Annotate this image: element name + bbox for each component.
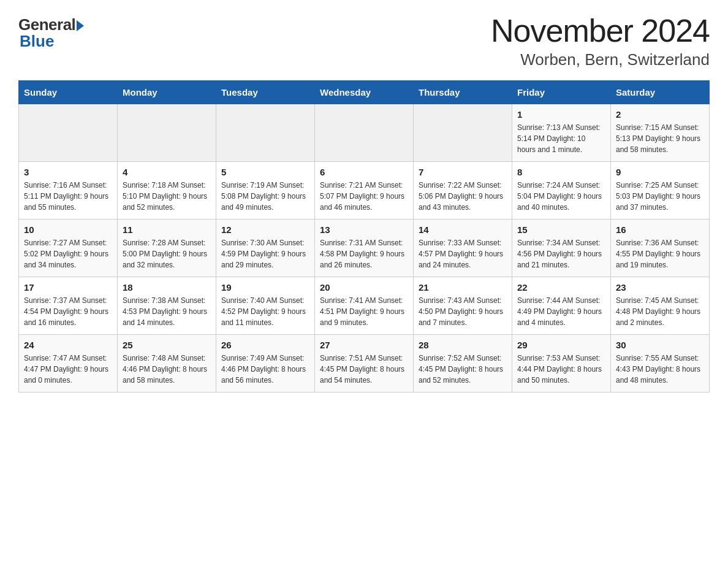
day-number: 5 — [221, 167, 309, 177]
day-number: 28 — [419, 340, 507, 350]
day-number: 10 — [24, 224, 112, 235]
calendar-cell: 27Sunrise: 7:51 AM Sunset: 4:45 PM Dayli… — [315, 335, 414, 393]
calendar-cell: 28Sunrise: 7:52 AM Sunset: 4:45 PM Dayli… — [414, 335, 512, 393]
day-number: 6 — [320, 167, 408, 177]
calendar-header-thursday: Thursday — [414, 81, 512, 104]
day-info: Sunrise: 7:37 AM Sunset: 4:54 PM Dayligh… — [24, 295, 112, 328]
day-info: Sunrise: 7:34 AM Sunset: 4:56 PM Dayligh… — [517, 237, 605, 270]
calendar-cell: 2Sunrise: 7:15 AM Sunset: 5:13 PM Daylig… — [611, 104, 710, 162]
day-number: 16 — [616, 224, 704, 235]
day-info: Sunrise: 7:22 AM Sunset: 5:06 PM Dayligh… — [419, 180, 507, 213]
calendar-header-tuesday: Tuesday — [216, 81, 315, 104]
day-info: Sunrise: 7:47 AM Sunset: 4:47 PM Dayligh… — [24, 353, 112, 386]
day-number: 20 — [320, 282, 408, 293]
calendar-cell: 14Sunrise: 7:33 AM Sunset: 4:57 PM Dayli… — [414, 220, 512, 277]
calendar-cell: 13Sunrise: 7:31 AM Sunset: 4:58 PM Dayli… — [315, 220, 414, 277]
day-info: Sunrise: 7:53 AM Sunset: 4:44 PM Dayligh… — [517, 353, 605, 386]
day-info: Sunrise: 7:44 AM Sunset: 4:49 PM Dayligh… — [517, 295, 605, 328]
calendar-cell: 26Sunrise: 7:49 AM Sunset: 4:46 PM Dayli… — [216, 335, 315, 393]
calendar-cell: 18Sunrise: 7:38 AM Sunset: 4:53 PM Dayli… — [118, 277, 216, 335]
day-number: 22 — [517, 282, 605, 293]
day-info: Sunrise: 7:38 AM Sunset: 4:53 PM Dayligh… — [123, 295, 211, 328]
logo-arrow-icon — [77, 20, 84, 31]
day-number: 11 — [123, 224, 211, 235]
day-number: 2 — [616, 109, 704, 120]
calendar-header-friday: Friday — [512, 81, 611, 104]
calendar-cell: 30Sunrise: 7:55 AM Sunset: 4:43 PM Dayli… — [611, 335, 710, 393]
calendar-cell — [118, 104, 216, 162]
day-number: 9 — [616, 167, 704, 177]
day-info: Sunrise: 7:45 AM Sunset: 4:48 PM Dayligh… — [616, 295, 704, 328]
day-number: 30 — [616, 340, 704, 350]
day-info: Sunrise: 7:43 AM Sunset: 4:50 PM Dayligh… — [419, 295, 507, 328]
day-info: Sunrise: 7:25 AM Sunset: 5:03 PM Dayligh… — [616, 180, 704, 213]
calendar-cell: 22Sunrise: 7:44 AM Sunset: 4:49 PM Dayli… — [512, 277, 611, 335]
day-info: Sunrise: 7:31 AM Sunset: 4:58 PM Dayligh… — [320, 237, 408, 270]
calendar-cell: 9Sunrise: 7:25 AM Sunset: 5:03 PM Daylig… — [611, 162, 710, 220]
calendar-cell: 24Sunrise: 7:47 AM Sunset: 4:47 PM Dayli… — [19, 335, 118, 393]
calendar-week-row: 24Sunrise: 7:47 AM Sunset: 4:47 PM Dayli… — [19, 335, 710, 393]
location-title: Worben, Bern, Switzerland — [491, 50, 710, 69]
day-number: 21 — [419, 282, 507, 293]
day-info: Sunrise: 7:48 AM Sunset: 4:46 PM Dayligh… — [123, 353, 211, 386]
calendar-cell — [315, 104, 414, 162]
calendar-cell — [216, 104, 315, 162]
calendar-cell: 17Sunrise: 7:37 AM Sunset: 4:54 PM Dayli… — [19, 277, 118, 335]
calendar-cell: 11Sunrise: 7:28 AM Sunset: 5:00 PM Dayli… — [118, 220, 216, 277]
calendar-header-monday: Monday — [118, 81, 216, 104]
title-block: November 2024 Worben, Bern, Switzerland — [491, 12, 710, 69]
calendar-cell: 16Sunrise: 7:36 AM Sunset: 4:55 PM Dayli… — [611, 220, 710, 277]
day-info: Sunrise: 7:36 AM Sunset: 4:55 PM Dayligh… — [616, 237, 704, 270]
calendar-table: SundayMondayTuesdayWednesdayThursdayFrid… — [18, 80, 710, 393]
day-number: 15 — [517, 224, 605, 235]
day-number: 13 — [320, 224, 408, 235]
day-info: Sunrise: 7:18 AM Sunset: 5:10 PM Dayligh… — [123, 180, 211, 213]
calendar-week-row: 10Sunrise: 7:27 AM Sunset: 5:02 PM Dayli… — [19, 220, 710, 277]
day-info: Sunrise: 7:28 AM Sunset: 5:00 PM Dayligh… — [123, 237, 211, 270]
calendar-week-row: 17Sunrise: 7:37 AM Sunset: 4:54 PM Dayli… — [19, 277, 710, 335]
calendar-header-wednesday: Wednesday — [315, 81, 414, 104]
day-info: Sunrise: 7:41 AM Sunset: 4:51 PM Dayligh… — [320, 295, 408, 328]
day-info: Sunrise: 7:13 AM Sunset: 5:14 PM Dayligh… — [517, 122, 605, 155]
day-info: Sunrise: 7:30 AM Sunset: 4:59 PM Dayligh… — [221, 237, 309, 270]
calendar-cell: 6Sunrise: 7:21 AM Sunset: 5:07 PM Daylig… — [315, 162, 414, 220]
calendar-cell — [19, 104, 118, 162]
day-info: Sunrise: 7:33 AM Sunset: 4:57 PM Dayligh… — [419, 237, 507, 270]
day-info: Sunrise: 7:49 AM Sunset: 4:46 PM Dayligh… — [221, 353, 309, 386]
day-info: Sunrise: 7:27 AM Sunset: 5:02 PM Dayligh… — [24, 237, 112, 270]
calendar-cell: 29Sunrise: 7:53 AM Sunset: 4:44 PM Dayli… — [512, 335, 611, 393]
day-number: 3 — [24, 167, 112, 177]
day-info: Sunrise: 7:51 AM Sunset: 4:45 PM Dayligh… — [320, 353, 408, 386]
day-number: 27 — [320, 340, 408, 350]
day-number: 18 — [123, 282, 211, 293]
logo-blue-text: Blue — [18, 32, 54, 51]
day-number: 24 — [24, 340, 112, 350]
day-info: Sunrise: 7:40 AM Sunset: 4:52 PM Dayligh… — [221, 295, 309, 328]
day-number: 25 — [123, 340, 211, 350]
calendar-cell: 3Sunrise: 7:16 AM Sunset: 5:11 PM Daylig… — [19, 162, 118, 220]
page-header: General Blue November 2024 Worben, Bern,… — [18, 12, 710, 69]
calendar-week-row: 1Sunrise: 7:13 AM Sunset: 5:14 PM Daylig… — [19, 104, 710, 162]
calendar-cell: 5Sunrise: 7:19 AM Sunset: 5:08 PM Daylig… — [216, 162, 315, 220]
day-number: 4 — [123, 167, 211, 177]
calendar-cell: 21Sunrise: 7:43 AM Sunset: 4:50 PM Dayli… — [414, 277, 512, 335]
day-number: 12 — [221, 224, 309, 235]
day-number: 8 — [517, 167, 605, 177]
calendar-cell: 7Sunrise: 7:22 AM Sunset: 5:06 PM Daylig… — [414, 162, 512, 220]
calendar-cell: 1Sunrise: 7:13 AM Sunset: 5:14 PM Daylig… — [512, 104, 611, 162]
day-number: 19 — [221, 282, 309, 293]
calendar-cell: 25Sunrise: 7:48 AM Sunset: 4:46 PM Dayli… — [118, 335, 216, 393]
calendar-cell: 12Sunrise: 7:30 AM Sunset: 4:59 PM Dayli… — [216, 220, 315, 277]
day-number: 29 — [517, 340, 605, 350]
day-info: Sunrise: 7:16 AM Sunset: 5:11 PM Dayligh… — [24, 180, 112, 213]
logo: General Blue — [18, 12, 84, 51]
calendar-cell: 19Sunrise: 7:40 AM Sunset: 4:52 PM Dayli… — [216, 277, 315, 335]
calendar-cell: 8Sunrise: 7:24 AM Sunset: 5:04 PM Daylig… — [512, 162, 611, 220]
day-number: 23 — [616, 282, 704, 293]
day-info: Sunrise: 7:15 AM Sunset: 5:13 PM Dayligh… — [616, 122, 704, 155]
calendar-cell — [414, 104, 512, 162]
calendar-cell: 20Sunrise: 7:41 AM Sunset: 4:51 PM Dayli… — [315, 277, 414, 335]
calendar-header-row: SundayMondayTuesdayWednesdayThursdayFrid… — [19, 81, 710, 104]
calendar-cell: 10Sunrise: 7:27 AM Sunset: 5:02 PM Dayli… — [19, 220, 118, 277]
day-info: Sunrise: 7:52 AM Sunset: 4:45 PM Dayligh… — [419, 353, 507, 386]
